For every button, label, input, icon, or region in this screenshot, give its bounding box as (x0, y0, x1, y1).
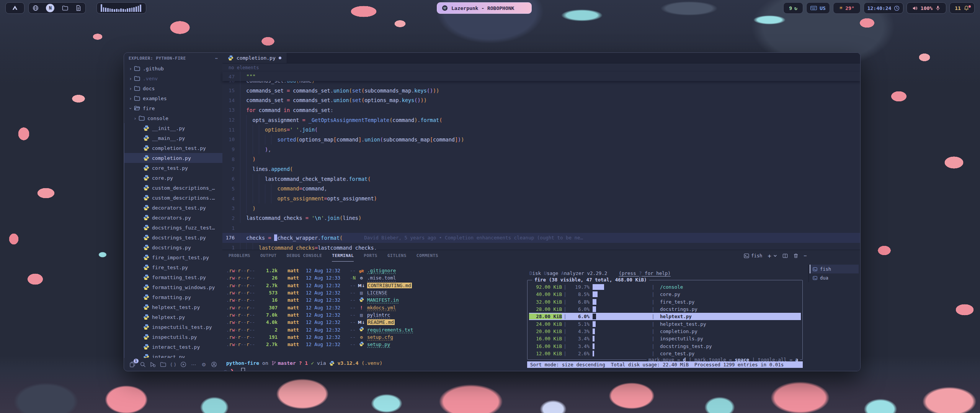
file-link[interactable]: pylintrc (367, 312, 390, 318)
file-link[interactable]: README.md (367, 319, 395, 325)
sidebar-item-examples[interactable]: ›examples (124, 93, 222, 103)
sidebar-item-interact-test-py[interactable]: interact_test.py (124, 342, 222, 352)
play-circle-activity-button[interactable] (180, 361, 187, 368)
tree-chevron-icon[interactable]: › (128, 76, 133, 81)
shell-input-line[interactable]: ○ ❯ (224, 368, 245, 371)
code-line[interactable]: 6lastcommand_check_template.format( (222, 174, 860, 184)
dua-row-inspectutils-py[interactable]: 16.00 KiB|3.4%|inspectutils.py (529, 335, 801, 342)
sidebar-item-inspectutils-test-py[interactable]: inspectutils_test.py (124, 322, 222, 332)
panel-tab-ports[interactable]: PORTS (364, 250, 377, 262)
code-line[interactable]: 15commands_set = commands_set.union(set(… (222, 86, 860, 96)
sidebar-item--venv[interactable]: ›.venv (124, 73, 222, 83)
microphone-icon[interactable] (935, 5, 941, 11)
dua-row-completion-py[interactable]: 20.00 KiB|4.3%|completion.py (529, 328, 801, 335)
code-line[interactable]: 16commands_set.add(name) (222, 81, 860, 86)
breadcrumb[interactable]: no elements (222, 63, 860, 72)
sidebar-item-core-py[interactable]: core.py (124, 173, 222, 183)
code-line[interactable]: 2lastcommand_checks = '\n'.join(lines) (222, 213, 860, 223)
volume-widget[interactable]: 100% (906, 2, 946, 14)
updates-widget[interactable]: 9 ↻ (783, 2, 803, 14)
dua-row-fire-test-py[interactable]: 32.00 KiB|6.8%|fire_test.py (529, 298, 801, 306)
sidebar-item-custom-descriptions-test-py[interactable]: custom_descriptions_test.py (124, 183, 222, 193)
sidebar-item-console[interactable]: ›console (124, 113, 222, 123)
file-link[interactable]: requirements.txt (367, 327, 413, 333)
file-link[interactable]: setup.py (367, 341, 390, 347)
panel-tab-debug-console[interactable]: DEBUG CONSOLE (287, 250, 322, 262)
workspace-active[interactable]: N (46, 4, 54, 12)
file-link[interactable]: mkdocs.yml (367, 305, 396, 311)
code-line[interactable]: 47""" (222, 72, 256, 81)
file-link[interactable]: setup.cfg (367, 334, 393, 340)
tree-chevron-icon[interactable]: › (128, 106, 134, 111)
terminal-session-fish[interactable]: fish (810, 265, 859, 273)
debug-activity-button[interactable] (149, 361, 157, 368)
panel-tab-problems[interactable]: PROBLEMS (229, 250, 250, 262)
sidebar-item-formatting-py[interactable]: formatting.py (124, 292, 222, 302)
search-activity-button[interactable] (139, 361, 147, 368)
code-line[interactable]: 3) (222, 203, 860, 213)
sidebar-item-formatting-windows-py[interactable]: formatting_windows.py (124, 282, 222, 292)
folder-icon[interactable] (62, 5, 68, 11)
tab-completion-py[interactable]: completion.py (222, 53, 287, 63)
files-activity-button[interactable]: 1 (129, 361, 136, 368)
code-line[interactable]: 1 (222, 223, 860, 233)
panel-tab-gitlens[interactable]: GITLENS (387, 250, 407, 262)
account-activity-button[interactable] (210, 361, 218, 368)
tree-chevron-icon[interactable]: › (128, 66, 133, 72)
sidebar-item-decorators-test-py[interactable]: decorators_test.py (124, 203, 222, 213)
sidebar-item--init-py[interactable]: __init__.py (124, 123, 222, 133)
code-line[interactable]: 1lastcommand_checks=lastcommand_checks, (222, 243, 860, 250)
code-line[interactable]: 7lines.append( (222, 164, 860, 174)
code-line[interactable]: 5command=command, (222, 184, 860, 194)
media-player-widget[interactable]: Lazerpunk - ROBOPHONK (437, 2, 532, 14)
sidebar-item-decorators-py[interactable]: decorators.py (124, 213, 222, 223)
folder-activity-button[interactable] (159, 361, 167, 368)
keyboard-layout-widget[interactable]: US (806, 2, 830, 14)
explorer-more-icon[interactable]: ⋯ (215, 56, 218, 61)
weather-widget[interactable]: ☀ 29° (833, 2, 861, 14)
sidebar-item-completion-py[interactable]: completion.py (124, 153, 222, 163)
panel-tab-comments[interactable]: COMMENTS (416, 250, 438, 262)
speaker-icon[interactable] (912, 5, 918, 11)
file-link[interactable]: MANIFEST.in (367, 297, 399, 303)
sticky-scroll-line[interactable]: 47""" (222, 72, 860, 81)
code-line[interactable]: 12opts_assignment = _GetOptsAssignmentTe… (222, 115, 860, 125)
code-line[interactable]: 10sorted(options_map[command].union(subc… (222, 135, 860, 145)
sidebar-item-custom-descriptions-py[interactable]: custom_descriptions.py (124, 193, 222, 203)
tree-chevron-icon[interactable]: › (132, 115, 138, 121)
dua-row-docstrings-py[interactable]: 28.00 KiB|6.0%|docstrings.py (529, 306, 801, 313)
file-link[interactable]: .gitignore (367, 268, 396, 273)
tab-modified-dot[interactable] (279, 57, 281, 59)
cpu-histogram-widget[interactable] (96, 2, 146, 14)
panel-tab-terminal[interactable]: TERMINAL (332, 250, 354, 262)
dua-row--console[interactable]: 92.00 KiB|19.7%|/console (529, 283, 801, 291)
tree-chevron-icon[interactable]: › (128, 96, 133, 101)
terminal-session-dua[interactable]: dua (810, 273, 859, 282)
code-area[interactable]: 16commands_set.add(name)15commands_set =… (222, 81, 860, 250)
sidebar-item--main-py[interactable]: __main__.py (124, 133, 222, 143)
dua-row-core-test-py[interactable]: 12.00 KiB|2.6%|core_test.py (529, 350, 801, 357)
sidebar-item-core-test-py[interactable]: core_test.py (124, 163, 222, 173)
dua-row-helptext-py[interactable]: 28.00 KiB|6.0%|helptext.py (529, 313, 801, 320)
sidebar-item-fire-test-py[interactable]: fire_test.py (124, 262, 222, 272)
dua-row-core-py[interactable]: 40.00 KiB|8.5%|core.py (529, 291, 801, 298)
sidebar-item-completion-test-py[interactable]: completion_test.py (124, 143, 222, 153)
sidebar-item-docstrings-fuzz-test-py[interactable]: docstrings_fuzz_test.py (124, 223, 222, 233)
sidebar-item--github[interactable]: ›.github (124, 63, 222, 73)
sidebar-item-fire[interactable]: ›fire (124, 103, 222, 113)
launcher-button[interactable] (5, 2, 24, 14)
code-line[interactable]: 13for command in commands_set: (222, 105, 860, 115)
code-line[interactable]: 11options=' '.join( (222, 125, 860, 135)
dua-row-docstrings-test-py[interactable]: 16.00 KiB|3.4%|docstrings_test.py (529, 342, 801, 350)
code-line[interactable]: 14commands_set = commands_set.union(set(… (222, 95, 860, 105)
code-line[interactable]: 176checks = check_wrapper.format(David B… (222, 233, 860, 243)
globe-icon[interactable] (33, 5, 39, 11)
code-line[interactable]: 9), (222, 145, 860, 154)
sidebar-item-docs[interactable]: ›docs (124, 83, 222, 93)
gear-activity-button[interactable]: ⚙ (200, 361, 207, 368)
braces-activity-button[interactable]: ( ) (170, 361, 177, 368)
sidebar-item-helptext-py[interactable]: helptext.py (124, 312, 222, 322)
code-line[interactable]: 4opts_assignment=opts_assignment) (222, 193, 860, 203)
sidebar-item-docstrings-py[interactable]: docstrings.py (124, 242, 222, 252)
sidebar-item-interact-py[interactable]: interact.py (124, 352, 222, 358)
